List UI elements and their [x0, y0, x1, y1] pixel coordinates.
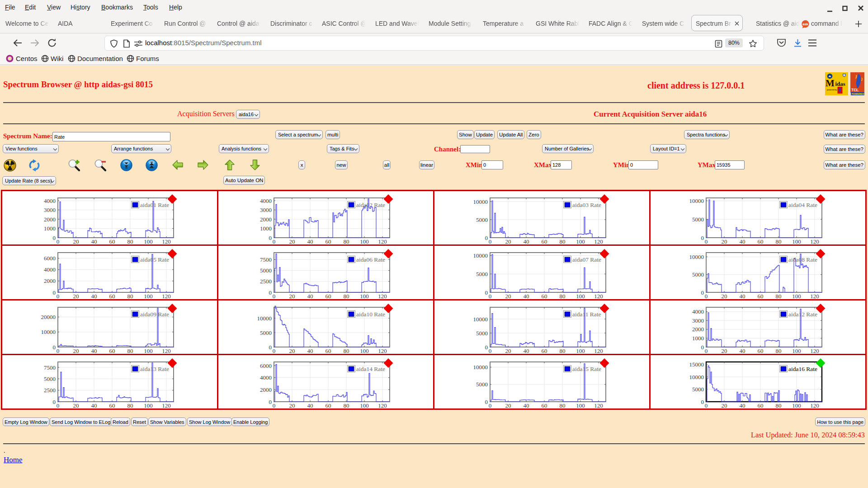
svg-text:5000: 5000	[260, 267, 272, 274]
svg-text:10000: 10000	[689, 197, 704, 204]
svg-text:10000: 10000	[689, 374, 704, 380]
svg-text:60: 60	[109, 238, 115, 245]
svg-text:80: 80	[560, 347, 566, 354]
svg-text:aida06 Rate: aida06 Rate	[356, 256, 385, 263]
svg-text:4000: 4000	[44, 197, 56, 204]
svg-text:10000: 10000	[473, 364, 488, 371]
svg-text:10000: 10000	[473, 198, 488, 205]
svg-text:0: 0	[705, 402, 708, 409]
svg-text:6000: 6000	[260, 362, 272, 369]
svg-text:2000: 2000	[44, 216, 56, 223]
svg-text:aida13 Rate: aida13 Rate	[140, 366, 169, 372]
svg-text:0: 0	[489, 293, 492, 300]
svg-text:60: 60	[542, 293, 547, 300]
svg-text:0: 0	[269, 289, 272, 296]
svg-text:100: 100	[360, 238, 369, 245]
svg-text:20: 20	[722, 347, 727, 354]
svg-text:120: 120	[378, 402, 387, 409]
svg-text:80: 80	[560, 238, 566, 245]
svg-text:3000: 3000	[692, 317, 704, 324]
svg-text:100: 100	[360, 402, 369, 409]
svg-text:20: 20	[73, 238, 79, 245]
svg-text:60: 60	[758, 238, 764, 245]
svg-text:5000: 5000	[476, 271, 488, 277]
svg-text:0: 0	[701, 399, 704, 405]
svg-text:0: 0	[705, 293, 708, 300]
svg-text:20000: 20000	[41, 314, 56, 320]
svg-text:60: 60	[109, 347, 115, 354]
svg-text:120: 120	[594, 402, 603, 409]
svg-text:0: 0	[53, 289, 56, 296]
svg-text:1000: 1000	[692, 335, 704, 342]
svg-text:20: 20	[73, 347, 79, 354]
svg-text:20: 20	[505, 293, 511, 300]
svg-text:40: 40	[524, 238, 529, 245]
svg-text:40: 40	[524, 347, 529, 354]
svg-text:40: 40	[740, 402, 745, 409]
svg-text:120: 120	[594, 238, 603, 245]
svg-text:ask: ask	[802, 22, 808, 26]
svg-text:0: 0	[57, 293, 60, 300]
svg-text:10000: 10000	[473, 316, 488, 323]
svg-text:120: 120	[162, 238, 171, 245]
svg-text:0: 0	[273, 347, 276, 354]
svg-text:idas: idas	[835, 80, 845, 87]
svg-text:2000: 2000	[260, 386, 272, 393]
svg-text:20: 20	[289, 402, 295, 409]
svg-text:40: 40	[307, 238, 313, 245]
svg-text:120: 120	[810, 402, 819, 409]
svg-text:100: 100	[360, 293, 369, 300]
svg-text:0: 0	[489, 402, 492, 409]
svg-text:100: 100	[576, 402, 585, 409]
svg-text:0: 0	[485, 399, 488, 405]
svg-text:20: 20	[505, 402, 511, 409]
svg-text:80: 80	[344, 293, 349, 300]
svg-text:0: 0	[705, 238, 708, 245]
svg-text:60: 60	[109, 402, 115, 409]
svg-text:20: 20	[722, 293, 727, 300]
svg-text:0: 0	[273, 293, 276, 300]
svg-text:100: 100	[144, 402, 153, 409]
svg-text:80: 80	[776, 238, 782, 245]
svg-text:3000: 3000	[260, 206, 272, 213]
svg-text:10000: 10000	[689, 253, 704, 260]
svg-text:0: 0	[269, 235, 272, 241]
svg-text:0: 0	[57, 402, 60, 409]
svg-text:80: 80	[127, 293, 133, 300]
svg-text:60: 60	[542, 402, 547, 409]
svg-text:15000: 15000	[689, 361, 704, 368]
svg-text:aida05 Rate: aida05 Rate	[140, 256, 169, 263]
svg-text:120: 120	[810, 238, 819, 245]
svg-text:4000: 4000	[44, 266, 56, 273]
svg-text:80: 80	[344, 402, 349, 409]
svg-text:2500: 2500	[44, 387, 56, 394]
svg-text:20: 20	[73, 293, 79, 300]
svg-text:2000: 2000	[692, 326, 704, 333]
svg-text:60: 60	[326, 347, 331, 354]
svg-text:40: 40	[307, 347, 313, 354]
svg-text:5000: 5000	[692, 386, 704, 393]
svg-text:0: 0	[57, 238, 60, 245]
svg-text:3000: 3000	[44, 206, 56, 213]
svg-text:100: 100	[576, 238, 585, 245]
svg-text:1000: 1000	[44, 225, 56, 232]
svg-text:60: 60	[542, 238, 547, 245]
svg-text:80: 80	[127, 347, 133, 354]
svg-text:60: 60	[758, 293, 764, 300]
svg-text:20: 20	[289, 293, 295, 300]
svg-text:40: 40	[740, 347, 745, 354]
svg-text:0: 0	[269, 399, 272, 405]
svg-text:POWERED: POWERED	[852, 93, 864, 95]
svg-text:aida01 Rate: aida01 Rate	[140, 202, 169, 208]
svg-text:100: 100	[576, 347, 585, 354]
svg-text:100: 100	[792, 293, 801, 300]
svg-text:100: 100	[792, 347, 801, 354]
svg-text:1000: 1000	[260, 225, 272, 232]
svg-text:0: 0	[485, 289, 488, 296]
svg-text:2000: 2000	[260, 216, 272, 223]
svg-text:40: 40	[740, 293, 745, 300]
svg-text:60: 60	[326, 402, 331, 409]
svg-text:20: 20	[505, 347, 511, 354]
svg-text:aida08 Rate: aida08 Rate	[788, 256, 817, 263]
svg-text:aida14 Rate: aida14 Rate	[356, 366, 385, 372]
